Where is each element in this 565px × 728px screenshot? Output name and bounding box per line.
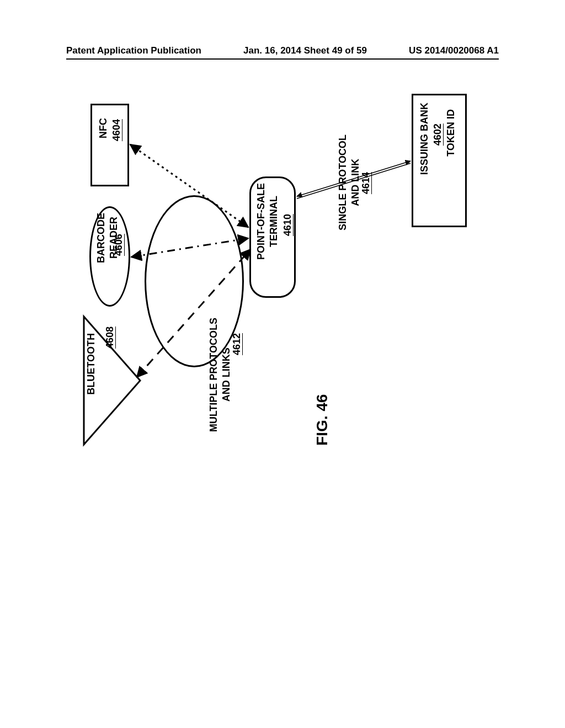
svg-line-3	[137, 249, 250, 377]
multi-protocols-ref: 4612	[231, 333, 243, 355]
bank-ref: 4602	[431, 124, 444, 146]
multi-protocols-label: MULTIPLE PROTOCOLS AND LINKS	[207, 318, 232, 432]
bank-label: ISSUING BANK	[418, 103, 431, 175]
pos-label: POINT-OF-SALE TERMINAL	[255, 183, 280, 260]
svg-line-1	[130, 144, 248, 227]
pos-ref: 4610	[281, 214, 294, 236]
single-protocol-label: SINGLE PROTOCOL AND LINK	[337, 135, 361, 231]
svg-line-2	[131, 238, 248, 257]
single-protocol-ref: 4614	[360, 172, 372, 194]
bank-token-label: TOKEN ID	[445, 109, 457, 157]
arrows-layer	[0, 0, 565, 728]
diagram-figure-46: NFC 4604 BARCODE READER 4606 BLUETOOTH 4…	[0, 0, 565, 728]
figure-label: FIG. 46	[313, 394, 331, 446]
